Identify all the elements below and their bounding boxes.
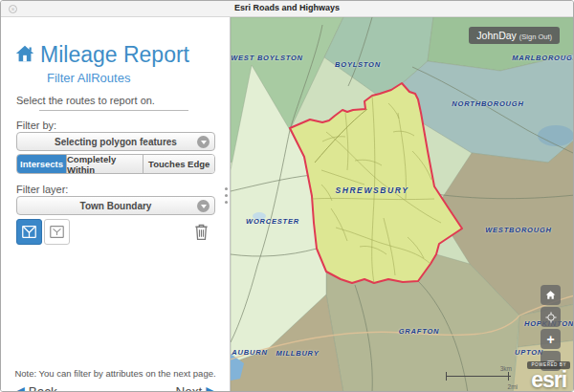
app-window: × Esri Roads and Highways Mileage Report…	[0, 0, 574, 392]
trash-icon	[191, 222, 211, 242]
clear-selection-button[interactable]	[188, 219, 214, 245]
filter-layer-dropdown[interactable]: Town Boundary	[16, 196, 215, 215]
town-label-grafton: GRAFTON	[399, 327, 440, 336]
filter-layer-label: Filter layer:	[16, 184, 68, 195]
scale-km-label: 3km	[500, 365, 512, 372]
map-view[interactable]: WEST BOYLSTON BOYLSTON MARLBOROUGH NORTH…	[231, 17, 573, 391]
select-shape-icon	[48, 223, 66, 241]
next-button[interactable]: Next ▶	[175, 384, 216, 392]
page-subtitle: Filter AllRoutes	[47, 71, 130, 85]
select-polygon-icon	[20, 223, 38, 241]
user-name: JohnDay	[476, 30, 516, 41]
next-label: Next	[175, 384, 202, 392]
tab-touches-edge[interactable]: Touches Edge	[144, 155, 214, 173]
esri-brand-text: esri	[527, 370, 570, 389]
tab-intersects[interactable]: Intersects	[17, 155, 67, 173]
town-label-boylston: BOYLSTON	[335, 60, 381, 69]
scale-mi-label: 2mi	[508, 383, 518, 390]
esri-logo: POWERED BY esri	[527, 353, 570, 389]
window-title: Esri Roads and Highways	[1, 3, 573, 12]
tab-completely-within[interactable]: Completely Within	[67, 155, 144, 173]
page-title: Mileage Report	[40, 42, 189, 68]
town-label-millbury: MILLBURY	[276, 349, 319, 358]
home-extent-button[interactable]	[541, 285, 561, 305]
instruction-text: Select the routes to report on.	[16, 95, 155, 106]
town-label-westborough: WESTBOROUGH	[485, 226, 552, 234]
home-icon[interactable]	[14, 43, 35, 68]
home-icon	[544, 289, 557, 301]
town-label-marlborough: MARLBOROUGH	[512, 54, 573, 62]
user-sign-out-button[interactable]: JohnDay (Sign Out)	[469, 27, 560, 44]
panel-splitter-handle[interactable]	[223, 187, 230, 204]
filter-layer-value: Town Boundary	[80, 201, 152, 211]
title-bar: × Esri Roads and Highways	[1, 1, 573, 17]
back-button[interactable]: ◀ Back	[14, 384, 57, 392]
select-by-shape-button[interactable]	[44, 219, 70, 245]
filter-method-value: Selecting polygon features	[55, 137, 177, 147]
town-label-northborough: NORTHBOROUGH	[452, 99, 523, 108]
filter-by-label: Filter by:	[16, 120, 56, 131]
town-label-worcester: WORCESTER	[246, 217, 299, 226]
chevron-down-icon[interactable]	[197, 136, 210, 148]
spatial-relation-tabs: Intersects Completely Within Touches Edg…	[16, 154, 215, 174]
note-text: Note: You can filter by attributes on th…	[1, 368, 230, 379]
sign-out-label: (Sign Out)	[519, 33, 552, 41]
zoom-in-button[interactable]: +	[541, 329, 561, 349]
town-label-shrewsbury: SHREWSBURY	[335, 185, 408, 195]
town-label-west-boylston: WEST BOYLSTON	[231, 54, 303, 62]
next-arrow-icon: ▶	[206, 384, 216, 392]
divider	[39, 110, 188, 111]
select-by-polygon-button[interactable]	[16, 219, 42, 245]
scale-bar: 3km 2mi	[443, 365, 518, 390]
locate-icon	[544, 311, 558, 324]
town-label-auburn: AUBURN	[232, 348, 267, 357]
chevron-down-icon[interactable]	[197, 200, 210, 212]
filter-method-dropdown[interactable]: Selecting polygon features	[16, 132, 215, 151]
locate-button[interactable]	[541, 307, 561, 327]
back-label: Back	[29, 384, 57, 392]
back-arrow-icon: ◀	[14, 384, 25, 392]
mileage-report-panel: Mileage Report Filter AllRoutes Select t…	[1, 17, 231, 391]
